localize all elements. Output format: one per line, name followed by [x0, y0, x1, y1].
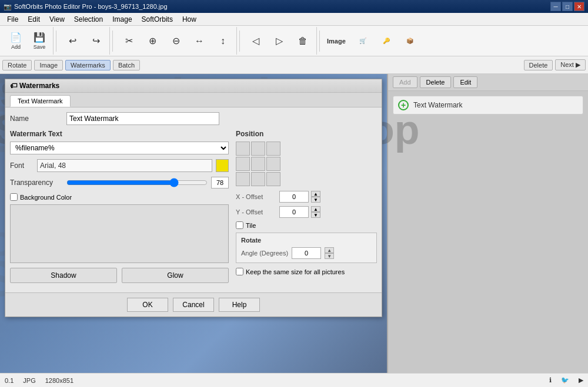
image-button[interactable]: Image [34, 60, 63, 70]
toolbar-undo-button[interactable]: ↩ [61, 29, 83, 53]
menu-selection[interactable]: Selection [69, 14, 108, 25]
toolbar-delete-button[interactable]: 🗑 [292, 29, 314, 53]
status-value: 0.1 [5, 377, 14, 384]
tile-checkbox[interactable] [236, 221, 243, 229]
flip-v-icon: ↕ [220, 36, 225, 46]
glow-button[interactable]: Glow [122, 268, 229, 283]
toolbar-zoom-out-button[interactable]: ⊖ [165, 29, 187, 53]
name-input[interactable] [66, 112, 219, 125]
watermark-text-section-label: Watermark Text [10, 130, 229, 138]
batch-button[interactable]: Batch [113, 60, 140, 70]
name-row: Name [10, 112, 377, 125]
rotate-button[interactable]: Rotate [2, 60, 32, 70]
tab-text-watermark[interactable]: Text Watermark [10, 95, 71, 107]
toolbar-flip-v-button[interactable]: ↕ [212, 29, 234, 53]
toolbar-key-button[interactable]: 🔑 [375, 29, 397, 53]
pos-top-left[interactable] [236, 142, 250, 156]
menu-view[interactable]: View [45, 14, 69, 25]
menu-file[interactable]: File [2, 14, 23, 25]
toolbar-sep-1 [56, 31, 56, 52]
toolbar-flip-h-button[interactable]: ↔ [188, 29, 211, 53]
pos-bot-right[interactable] [266, 172, 280, 186]
toolbar-prev-button[interactable]: ◁ [245, 29, 267, 53]
info-icon[interactable]: ℹ [549, 376, 552, 384]
x-offset-input[interactable] [279, 191, 309, 203]
pos-bot-left[interactable] [236, 172, 250, 186]
menu-edit[interactable]: Edit [23, 14, 45, 25]
zoom-in-icon: ⊕ [149, 35, 156, 46]
toolbar2-next-button[interactable]: Next ▶ [555, 59, 586, 70]
form-col-right: Position [236, 130, 377, 288]
pos-bot-center[interactable] [251, 172, 265, 186]
twitter-icon[interactable]: 🐦 [561, 376, 569, 384]
watermarks-form: Name Watermark Text %filename% %date% [5, 107, 382, 292]
shadow-button[interactable]: Shadow [10, 268, 117, 283]
toolbar-redo-button[interactable]: ↪ [85, 29, 107, 53]
window-controls: ─ □ ✕ [550, 2, 584, 11]
wm-item-add-icon: + [398, 100, 409, 110]
toolbar2-delete-button[interactable]: Delete [524, 60, 553, 70]
pos-mid-right[interactable] [266, 157, 280, 171]
font-color-swatch[interactable] [216, 159, 229, 172]
y-offset-up[interactable]: ▲ [311, 206, 320, 212]
y-offset-input[interactable] [279, 206, 309, 218]
toolbar-zoom-in-button[interactable]: ⊕ [141, 29, 163, 53]
angle-input[interactable] [292, 247, 321, 259]
main-content: Screenshot by Softopaz creenshot by Soft… [0, 74, 588, 373]
two-col-layout: Watermark Text %filename% %date% %time% … [10, 130, 377, 288]
next-icon: ▷ [276, 35, 283, 46]
keep-size-checkbox[interactable] [236, 268, 243, 275]
pos-top-right[interactable] [266, 142, 280, 156]
transparency-slider[interactable] [66, 178, 208, 187]
watermark-text-select[interactable]: %filename% %date% %time% Custom text [10, 142, 229, 154]
transparency-slider-container[interactable] [66, 178, 208, 187]
toolbar-add-label: Add [11, 44, 21, 50]
background-color-checkbox[interactable] [10, 193, 18, 201]
watermarks-dialog-header: 🏷 Watermarks [5, 79, 382, 93]
youtube-icon[interactable]: ▶ [579, 376, 583, 384]
pos-mid-left[interactable] [236, 157, 250, 171]
angle-up[interactable]: ▲ [325, 247, 334, 253]
keep-size-row: Keep the same size for all pictures [236, 268, 377, 275]
toolbar-save-button[interactable]: 💾 Save [28, 29, 51, 53]
toolbar-cut-button[interactable]: ✂ [118, 29, 140, 53]
menu-how[interactable]: How [178, 14, 201, 25]
x-offset-down[interactable]: ▼ [311, 197, 320, 203]
wm-list-item-0[interactable]: + Text Watermark [393, 96, 583, 115]
pos-mid-center[interactable] [251, 157, 265, 171]
flip-h-icon: ↔ [195, 36, 204, 46]
title-bar: 📷 SoftOrbits Photo Editor Pro - boys-3_9… [0, 0, 588, 13]
toolbar-shop-button[interactable]: 🛒 [352, 29, 374, 53]
ok-button[interactable]: OK [127, 298, 168, 312]
y-offset-down[interactable]: ▼ [311, 212, 320, 218]
rp-edit-button[interactable]: Edit [453, 76, 477, 88]
angle-spin: ▲ ▼ [325, 247, 334, 259]
close-button[interactable]: ✕ [574, 2, 584, 11]
angle-down[interactable]: ▼ [325, 253, 334, 259]
angle-row: Angle (Degrees) ▲ ▼ [241, 247, 372, 259]
rp-delete-button[interactable]: Delete [420, 76, 452, 88]
minimize-button[interactable]: ─ [550, 2, 561, 11]
transparency-value: 78 [211, 177, 229, 189]
help-button[interactable]: Help [219, 298, 260, 312]
rp-add-button[interactable]: Add [393, 76, 417, 88]
wm-item-name-0: Text Watermark [413, 101, 463, 109]
watermarks-header-label: Watermarks [19, 82, 59, 90]
pos-top-center[interactable] [251, 142, 265, 156]
toolbar-group-nav: ◁ ▷ 🗑 [242, 27, 317, 55]
cancel-button[interactable]: Cancel [173, 298, 214, 312]
effect-buttons: Shadow Glow [10, 268, 229, 283]
maximize-button[interactable]: □ [562, 2, 573, 11]
status-format: JPG [23, 377, 35, 384]
toolbar-group-transform: ✂ ⊕ ⊖ ↔ ↕ [115, 27, 237, 55]
toolbar-gift-button[interactable]: 📦 [399, 29, 421, 53]
toolbar-add-button[interactable]: 📄 Add [5, 29, 27, 53]
tile-label: Tile [246, 222, 256, 229]
watermarks-button[interactable]: Watermarks [65, 60, 111, 70]
toolbar-group-history: ↩ ↪ [59, 27, 110, 55]
x-offset-up[interactable]: ▲ [311, 191, 320, 197]
x-offset-label: X - Offset [236, 193, 277, 200]
toolbar-next-button[interactable]: ▷ [268, 29, 290, 53]
menu-image[interactable]: Image [108, 14, 136, 25]
menu-softorbits[interactable]: SoftOrbits [137, 14, 178, 25]
